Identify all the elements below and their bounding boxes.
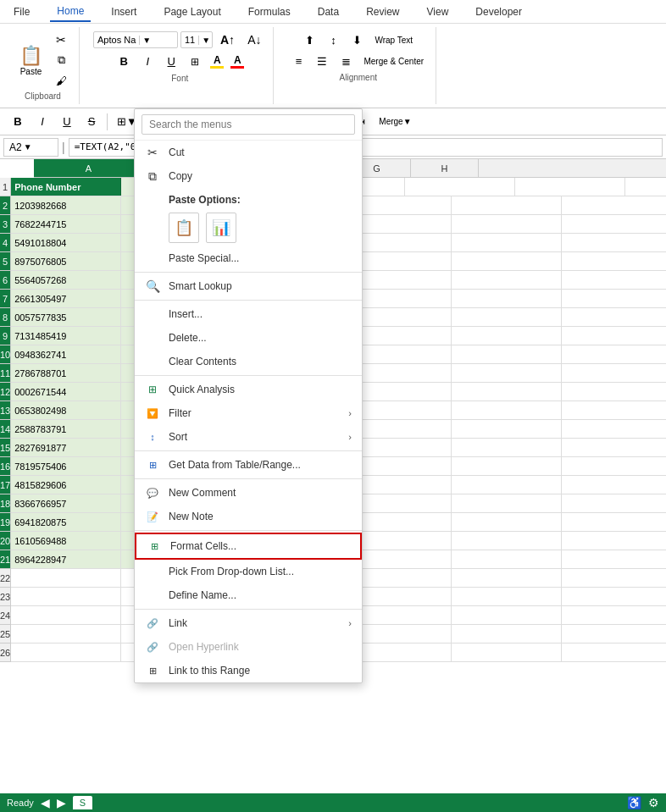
- row-num-4[interactable]: 4: [0, 234, 11, 252]
- cell-f7[interactable]: [562, 290, 666, 307]
- cell-e11[interactable]: [452, 364, 562, 382]
- cell-1-h[interactable]: [515, 178, 625, 196]
- row-num-8[interactable]: 8: [0, 308, 11, 327]
- cm-cut[interactable]: ✂ Cut: [135, 141, 362, 164]
- cell-f20[interactable]: [562, 532, 666, 550]
- copy-button[interactable]: ⧉: [50, 51, 72, 69]
- cell-f11[interactable]: [562, 364, 666, 382]
- cell-reference-box[interactable]: A2 ▼: [3, 138, 58, 157]
- row-num-11[interactable]: 11: [0, 364, 11, 383]
- row-num-6[interactable]: 6: [0, 271, 11, 290]
- cell-a10[interactable]: 0948362741: [11, 345, 121, 363]
- macro-icon[interactable]: ⚙: [648, 796, 659, 809]
- row-num-14[interactable]: 14: [0, 420, 11, 439]
- decrease-font-button[interactable]: A↓: [242, 30, 266, 49]
- paste-button[interactable]: 📋 Paste: [14, 30, 48, 90]
- accessibility-icon[interactable]: ♿: [627, 796, 641, 809]
- menu-home[interactable]: Home: [50, 2, 91, 22]
- cell-a18[interactable]: 8366766957: [11, 494, 121, 512]
- align-bottom-button[interactable]: ⬇: [346, 30, 368, 49]
- cell-a8[interactable]: 0057577835: [11, 308, 121, 326]
- cell-a9[interactable]: 7131485419: [11, 327, 121, 345]
- cell-a23[interactable]: [11, 588, 121, 605]
- cm-sort[interactable]: ↕ Sort ›: [135, 425, 362, 449]
- row-num-9[interactable]: 9: [0, 327, 11, 345]
- format-painter-button[interactable]: 🖌: [50, 71, 72, 90]
- align-right-button[interactable]: ≣: [335, 52, 357, 70]
- cell-e2[interactable]: [452, 196, 562, 214]
- paste-icon-btn-1[interactable]: 📋: [169, 213, 199, 243]
- row-num-1[interactable]: 1: [0, 178, 11, 196]
- cell-f14[interactable]: [562, 420, 666, 438]
- increase-font-button[interactable]: A↑: [215, 30, 240, 49]
- cm-link[interactable]: 🔗 Link ›: [135, 611, 362, 635]
- row-num-12[interactable]: 12: [0, 383, 11, 401]
- cm-get-data[interactable]: ⊞ Get Data from Table/Range...: [135, 453, 362, 477]
- cell-f16[interactable]: [562, 457, 666, 475]
- row-num-24[interactable]: 24: [0, 606, 11, 625]
- font-name-arrow[interactable]: ▼: [139, 36, 153, 45]
- row-num-20[interactable]: 20: [0, 532, 11, 550]
- cell-e4[interactable]: [452, 234, 562, 251]
- cell-e16[interactable]: [452, 457, 562, 475]
- cell-f17[interactable]: [562, 476, 666, 494]
- row-num-19[interactable]: 19: [0, 513, 11, 532]
- row-num-22[interactable]: 22: [0, 569, 11, 588]
- cell-a3[interactable]: 7682244715: [11, 215, 121, 233]
- cell-e17[interactable]: [452, 476, 562, 494]
- cell-f22[interactable]: [562, 569, 666, 587]
- cell-e15[interactable]: [452, 439, 562, 456]
- cm-paste-special[interactable]: Paste Special...: [135, 246, 362, 270]
- cell-f26[interactable]: [562, 644, 666, 661]
- cm-define-name[interactable]: Define Name...: [135, 583, 362, 607]
- cell-f9[interactable]: [562, 327, 666, 345]
- merge-center-button[interactable]: Merge & Center: [358, 52, 429, 70]
- cell-a19[interactable]: 6941820875: [11, 513, 121, 531]
- menu-file[interactable]: File: [7, 3, 36, 21]
- menu-view[interactable]: View: [420, 3, 456, 21]
- cell-f21[interactable]: [562, 550, 666, 568]
- cell-f4[interactable]: [562, 234, 666, 251]
- row-num-3[interactable]: 3: [0, 215, 11, 234]
- cm-clear-contents[interactable]: Clear Contents: [135, 350, 362, 373]
- fill-color-button[interactable]: A: [208, 52, 226, 71]
- cell-f23[interactable]: [562, 588, 666, 605]
- align-top-button[interactable]: ⬆: [298, 30, 320, 49]
- cell-f12[interactable]: [562, 383, 666, 400]
- fmt-strikethrough[interactable]: S: [80, 113, 103, 131]
- menu-insert[interactable]: Insert: [104, 3, 143, 21]
- cell-e7[interactable]: [452, 290, 562, 307]
- font-size-dropdown[interactable]: 11 ▼: [180, 31, 213, 48]
- cell-a6[interactable]: 5564057268: [11, 271, 121, 289]
- sheet-nav-right[interactable]: ▶: [57, 796, 66, 809]
- menu-page-layout[interactable]: Page Layout: [157, 3, 227, 21]
- cell-f2[interactable]: [562, 196, 666, 214]
- cell-a20[interactable]: 1610569488: [11, 532, 121, 550]
- italic-button[interactable]: I: [136, 52, 158, 71]
- cell-a16[interactable]: 7819575406: [11, 457, 121, 475]
- cell-f8[interactable]: [562, 308, 666, 326]
- cm-link-to-range[interactable]: ⊞ Link to this Range: [135, 659, 362, 682]
- menu-review[interactable]: Review: [359, 3, 406, 21]
- row-num-18[interactable]: 18: [0, 494, 11, 513]
- cell-e20[interactable]: [452, 532, 562, 550]
- cm-pick-dropdown[interactable]: Pick From Drop-down List...: [135, 560, 362, 583]
- sheet-nav-left[interactable]: ◀: [41, 796, 50, 809]
- cell-a5[interactable]: 8975076805: [11, 252, 121, 270]
- cm-smart-lookup[interactable]: 🔍 Smart Lookup: [135, 274, 362, 298]
- menu-developer[interactable]: Developer: [469, 3, 529, 21]
- cell-a4[interactable]: 5491018804: [11, 234, 121, 251]
- wrap-text-button[interactable]: Wrap Text: [369, 30, 418, 49]
- cm-delete[interactable]: Delete...: [135, 326, 362, 350]
- row-num-25[interactable]: 25: [0, 625, 11, 644]
- fmt-underline[interactable]: U: [56, 113, 78, 131]
- cm-new-note[interactable]: 📝 New Note: [135, 505, 362, 528]
- row-num-10[interactable]: 10: [0, 345, 11, 364]
- formula-expand-icon[interactable]: |: [62, 141, 65, 154]
- cm-format-cells[interactable]: ⊞ Format Cells...: [135, 533, 362, 560]
- row-num-15[interactable]: 15: [0, 439, 11, 457]
- cell-a14[interactable]: 2588783791: [11, 420, 121, 438]
- cell-a15[interactable]: 2827691877: [11, 439, 121, 456]
- cell-e9[interactable]: [452, 327, 562, 345]
- menu-formulas[interactable]: Formulas: [241, 3, 297, 21]
